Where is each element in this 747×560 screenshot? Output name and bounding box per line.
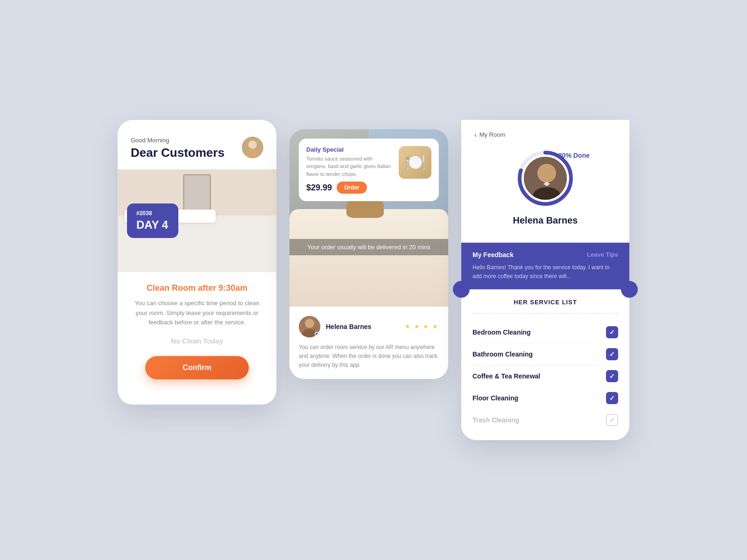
day-badge: #2038 DAY 4	[127, 203, 178, 238]
service-checkbox[interactable]: ✓	[606, 348, 618, 360]
food-image: 🍽️	[399, 146, 431, 179]
screen3-card: ‹ My Room	[461, 120, 629, 440]
food-price: $29.99	[306, 183, 332, 193]
screens-container: Good Morning Dear Customers #2038 DAY 4	[47, 120, 700, 440]
review-card: Helena Barnes ★ ★ ★ ★ You can order room…	[289, 307, 448, 379]
side-dot-right	[621, 281, 638, 298]
food-image-area: Daily Special Tomato sauce seasoned with…	[289, 129, 448, 307]
service-item[interactable]: Floor Cleaning✓	[472, 387, 618, 409]
service-checkbox[interactable]: ✓	[606, 392, 618, 404]
clean-time-prefix: Clean Room after	[147, 283, 218, 293]
online-indicator	[315, 332, 319, 336]
feedback-header: My Feedback Leave Tips	[472, 251, 618, 259]
service-name: Trash Cleaning	[472, 416, 519, 424]
service-checkbox[interactable]: ✓	[606, 370, 618, 382]
clean-time: Clean Room after 9:30am	[131, 283, 263, 293]
delivery-bar: Your order usually will be delivered in …	[289, 239, 448, 255]
feedback-text: Hello Barnes! Thank you for the service …	[472, 263, 618, 281]
reviewer-row: Helena Barnes ★ ★ ★ ★	[299, 316, 439, 337]
service-list: Bedroom Cleaning✓Bathroom Cleaning✓Coffe…	[472, 322, 618, 431]
service-name: Coffee & Tea Renewal	[472, 372, 540, 380]
service-item[interactable]: Bathroom Cleaning✓	[472, 343, 618, 365]
svg-point-4	[305, 319, 314, 328]
food-icon: 🍽️	[405, 153, 426, 172]
feedback-title: My Feedback	[472, 251, 514, 259]
cleaner-name: Helena Barnes	[513, 215, 578, 226]
star-rating: ★ ★ ★ ★	[405, 323, 439, 330]
service-name: Bedroom Cleaning	[472, 329, 530, 336]
screen1-card: Good Morning Dear Customers #2038 DAY 4	[118, 120, 276, 405]
service-section: HER SERVICE LIST Bedroom Cleaning✓Bathro…	[461, 289, 629, 440]
screen1-content: Clean Room after 9:30am You can choose a…	[118, 272, 276, 391]
no-clean-button[interactable]: No Clean Today	[131, 337, 263, 345]
feedback-section: My Feedback Leave Tips Hello Barnes! Tha…	[461, 243, 629, 289]
service-name: Bathroom Cleaning	[472, 350, 533, 358]
check-icon: ✓	[609, 416, 615, 424]
side-dot-left	[453, 281, 470, 298]
screen2-card: Daily Special Tomato sauce seasoned with…	[289, 129, 448, 379]
progress-circle-container: 80% Done	[515, 148, 576, 209]
check-icon: ✓	[609, 350, 615, 358]
user-avatar	[242, 137, 263, 158]
confirm-button[interactable]: Confirm	[145, 356, 248, 379]
leave-tips-button[interactable]: Leave Tips	[587, 251, 618, 258]
order-button[interactable]: Order	[337, 182, 367, 194]
service-list-title: HER SERVICE LIST	[472, 299, 618, 306]
room-mirror	[183, 174, 211, 211]
cleaner-avatar	[522, 155, 568, 201]
food-info: Daily Special Tomato sauce seasoned with…	[306, 146, 394, 194]
check-icon: ✓	[609, 329, 615, 336]
room-image: #2038 DAY 4	[118, 169, 276, 272]
reviewer-name: Helena Barnes	[326, 323, 399, 330]
service-item[interactable]: Bedroom Cleaning✓	[472, 322, 618, 343]
progress-section: 80% Done Helena Barnes	[474, 148, 616, 226]
check-icon: ✓	[609, 372, 615, 380]
clean-description: You can choose a specific time period to…	[131, 299, 263, 328]
food-description: Tomato sauce seasoned with oregano, basi…	[306, 155, 394, 178]
food-price-row: $29.99 Order	[306, 182, 394, 194]
service-checkbox[interactable]: ✓	[606, 414, 618, 426]
dashed-divider	[472, 313, 618, 314]
check-icon: ✓	[609, 394, 615, 402]
bed-foreground	[289, 209, 448, 307]
screen1-header: Good Morning Dear Customers	[118, 120, 276, 169]
svg-point-1	[248, 140, 257, 149]
back-arrow-icon: ‹	[474, 131, 477, 139]
reviewer-avatar	[299, 316, 320, 337]
back-nav[interactable]: ‹ My Room	[474, 131, 616, 139]
service-item[interactable]: Coffee & Tea Renewal✓	[472, 365, 618, 387]
back-nav-label: My Room	[479, 131, 506, 138]
delivery-message: Your order usually will be delivered in …	[307, 244, 430, 251]
service-checkbox[interactable]: ✓	[606, 326, 618, 338]
review-text: You can order room service by our AR men…	[299, 343, 439, 370]
svg-point-7	[537, 164, 556, 182]
room-pillow2	[174, 210, 216, 223]
progress-label: 80% Done	[558, 152, 590, 159]
screen3-top: ‹ My Room	[461, 120, 629, 243]
day-label: DAY 4	[136, 218, 169, 231]
clean-time-value: 9:30am	[218, 283, 247, 293]
food-card-overlay: Daily Special Tomato sauce seasoned with…	[299, 139, 439, 202]
daily-special-label: Daily Special	[306, 146, 394, 153]
service-name: Floor Cleaning	[472, 394, 518, 402]
service-item[interactable]: Trash Cleaning✓	[472, 409, 618, 431]
room-number: #2038	[136, 210, 169, 217]
